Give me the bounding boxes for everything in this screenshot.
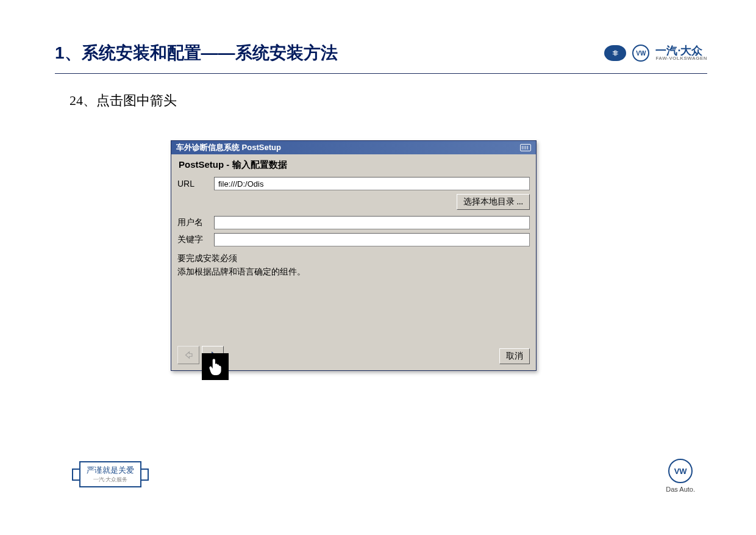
username-row: 用户名 [177,216,530,229]
info-text: 要完成安装必须 添加根据品牌和语言确定的组件。 [177,251,530,279]
nav-left [177,346,224,364]
step-instruction: 24、点击图中箭头 [70,92,177,110]
brand-main: 一汽·大众 [655,45,702,57]
keyword-row: 关键字 [177,233,530,246]
username-label: 用户名 [177,217,214,228]
keyword-label: 关键字 [177,234,214,245]
badge-main: 严谨就是关爱 [87,465,134,475]
url-label: URL [177,179,214,189]
badge-sub: 一汽·大众服务 [87,476,134,484]
vw-logo-footer-icon: VW [668,459,693,483]
arrow-left-icon [182,350,194,361]
page-title: 1、系统安装和配置——系统安装方法 [55,41,338,65]
header-logos: 非 VW 一汽·大众 FAW-VOLKSWAGEN [604,45,707,62]
footer-badge: 严谨就是关爱 一汽·大众服务 [79,461,141,487]
postsetup-window: 车外诊断信息系统 PostSetup PostSetup - 输入配置数据 UR… [171,140,537,371]
window-body: PostSetup - 输入配置数据 URL 选择本地目录 ... 用户名 关键… [171,154,536,370]
url-input[interactable] [214,177,530,190]
faw-logo-icon: 非 [604,45,626,61]
url-row: URL [177,177,530,190]
cursor-hand-icon [202,353,229,380]
dasauto-text: Das Auto. [666,486,695,493]
vw-logo-icon: VW [632,45,649,62]
window-title: 车外诊断信息系统 PostSetup [176,142,281,153]
back-button[interactable] [177,346,199,364]
browse-button[interactable]: 选择本地目录 ... [457,194,530,210]
username-input[interactable] [214,216,530,229]
cancel-button[interactable]: 取消 [499,348,530,364]
keyboard-icon[interactable] [520,144,531,151]
window-titlebar[interactable]: 车外诊断信息系统 PostSetup [171,141,536,154]
header-row: 1、系统安装和配置——系统安装方法 非 VW 一汽·大众 FAW-VOLKSWA… [55,41,707,65]
window-subtitle: PostSetup - 输入配置数据 [177,159,530,171]
keyword-input[interactable] [214,233,530,246]
header-divider [55,73,707,74]
nav-row: 取消 [177,346,530,364]
brand-sub: FAW-VOLKSWAGEN [655,56,707,61]
browse-row: 选择本地目录 ... [177,194,530,210]
brand-text: 一汽·大众 FAW-VOLKSWAGEN [655,45,707,61]
footer-vw: VW Das Auto. [666,459,695,493]
